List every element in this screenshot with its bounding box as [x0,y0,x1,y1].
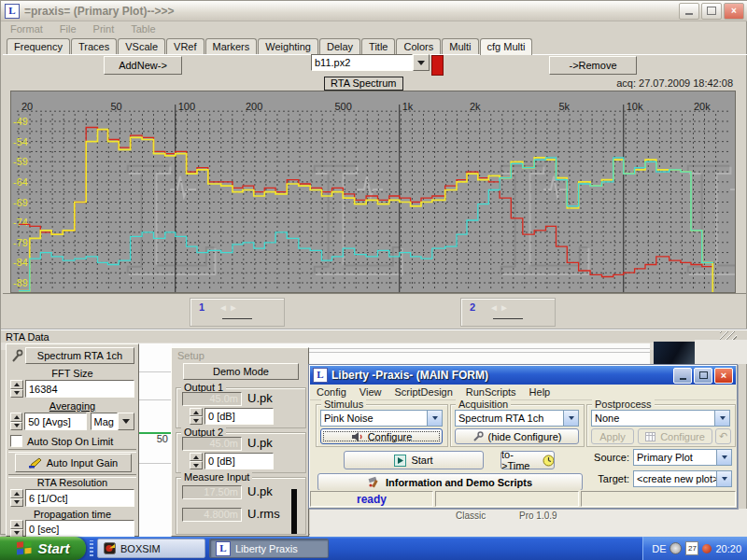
tab[interactable]: Traces [71,38,117,54]
remove-button[interactable]: ->Remove [549,56,637,75]
postprocess-combobox[interactable]: None [591,410,730,427]
auto-stop-checkbox[interactable] [10,435,22,447]
chevron-down-icon[interactable] [716,471,731,486]
svg-text:5k: 5k [559,101,571,112]
rta-resolution-field[interactable]: 6 [1/Oct] [25,489,134,507]
boxsim-icon [104,542,116,554]
tab[interactable]: cfg Multi [480,38,533,55]
chevron-down-icon[interactable] [413,54,430,71]
keyboard-language-indicator[interactable]: DE [652,543,666,554]
start-button[interactable]: Start [0,537,86,560]
output1-gain-stepper[interactable] [190,408,203,425]
chevron-down-icon[interactable] [716,450,731,465]
demo-mode-button[interactable]: Demo Mode [183,363,299,380]
pencil-gain-icon [29,457,42,469]
stimulus-combobox[interactable]: Pink Noise [320,410,443,427]
rta-spectrum-plot[interactable]: LLLLLLLL20501002005001k2k5k10k20k-49-54-… [10,91,736,293]
target-combobox[interactable]: <create new plot> [633,470,732,487]
marker-number: 1 [199,301,204,313]
close-button[interactable]: × [724,3,744,20]
chevron-down-icon[interactable] [118,413,134,430]
tab[interactable]: Colors [396,38,441,54]
menu-item[interactable]: Config [317,386,346,398]
tab[interactable]: VRef [166,38,204,54]
apply-button[interactable]: Apply [591,428,634,444]
source-label: Source: [586,452,629,463]
fft-size-stepper[interactable] [10,380,23,398]
desktop-icon-label[interactable]: Pro 1.0.9 [519,511,557,521]
to-time-button[interactable]: to->Time [500,451,555,469]
tray-status-icon[interactable] [702,544,712,553]
marker-box-1[interactable]: 1 ◄► [190,298,285,327]
close-button[interactable]: × [714,368,733,384]
minimize-button[interactable] [673,368,692,384]
play-icon [394,455,406,467]
acquisition-combobox[interactable]: Spectrum RTA 1ch [455,410,579,427]
chevron-down-icon[interactable] [563,411,578,426]
tab[interactable]: Markers [205,38,258,54]
postprocess-configure-button[interactable]: Configure [638,428,712,444]
menu-item[interactable]: Help [529,386,551,398]
plot-title: RTA Spectrum [324,77,403,91]
menu-item[interactable]: File [60,23,77,35]
source-combobox[interactable]: Primary Plot [633,449,732,466]
menu-item[interactable]: View [359,386,382,398]
averaging-mode-combobox[interactable]: Mag [91,413,134,430]
undo-button[interactable]: ↶ [715,428,731,444]
tab[interactable]: Weighting [258,38,318,54]
marker-box-2[interactable]: 2 ◄► [460,298,556,327]
calendar-tray-icon[interactable]: 27 [685,541,698,555]
chevron-down-icon[interactable] [714,411,729,426]
stimulus-configure-button[interactable]: Configure [320,428,443,444]
tray-app-icon[interactable] [669,542,682,554]
fft-size-field[interactable]: 16384 [25,380,134,398]
praxis-titlebar[interactable]: L =praxis= (Primary Plot)-->>> × [1,1,747,21]
tab[interactable]: Frequency [7,38,70,54]
output1-gain-field[interactable]: 0 [dB] [204,408,274,425]
tab[interactable]: VScale [118,38,165,54]
output2-group: Output 2 45.0m U.pk 0 [dB] [176,432,306,473]
tab[interactable]: Title [361,38,395,54]
desktop-icon-label[interactable]: Classic [456,511,486,521]
auto-input-gain-button[interactable]: Auto Input Gain [15,454,132,472]
propagation-field[interactable]: 0 [sec] [25,520,134,538]
task-button-liberty-praxis[interactable]: L Liberty Praxis [209,539,329,558]
add-new-button[interactable]: AddNew-> [104,56,182,75]
undo-icon: ↶ [719,430,727,442]
maximize-button[interactable] [694,368,712,384]
menu-item[interactable]: RunScripts [466,386,516,398]
tab[interactable]: Delay [319,38,360,54]
menu-item[interactable]: Print [93,23,115,35]
info-demo-scripts-button[interactable]: Information and Demo Scripts [317,473,583,491]
task-button-boxsim[interactable]: BOXSIM [97,539,205,558]
averaging-field[interactable]: 50 [Avgs] [24,413,86,430]
output2-gain-stepper[interactable] [190,453,203,469]
averaging-stepper[interactable] [10,413,22,430]
menu-item[interactable]: ScriptDesign [394,386,452,398]
rta-data-caption[interactable]: RTA Data [1,329,747,343]
clock[interactable]: 20:20 [715,543,741,554]
chevron-down-icon[interactable] [427,411,442,426]
output2-gain-field[interactable]: 0 [dB] [204,453,274,469]
status-panel [581,491,736,507]
acquisition-value: Spectrum RTA 1ch [456,411,563,426]
quick-launch-handle[interactable] [90,540,93,556]
svg-text:50: 50 [111,101,122,112]
svg-text:2k: 2k [470,101,481,112]
propagation-stepper[interactable] [10,520,23,538]
acquisition-configure-button[interactable]: (hide Configure) [455,428,579,444]
menu-item[interactable]: Format [10,23,43,35]
minimize-button[interactable] [679,3,699,20]
maximize-button[interactable] [701,3,722,20]
preset-combobox[interactable]: b11.px2 [311,54,430,71]
desktop-area [695,340,747,364]
liberty-app-icon: L [313,368,328,383]
rta-resolution-stepper[interactable] [10,489,23,507]
menu-item[interactable]: Table [131,23,155,35]
dialog-body: Stimulus Pink Noise Configure Acquisitio… [310,400,736,493]
start-button[interactable]: Start [344,451,484,469]
tab[interactable]: Multi [442,38,478,54]
status-text: ready [357,493,387,506]
channel-header[interactable]: Spectrum RTA 1ch [25,347,134,364]
dialog-titlebar[interactable]: L Liberty -Praxis- (MAIN FORM) × [310,366,736,385]
